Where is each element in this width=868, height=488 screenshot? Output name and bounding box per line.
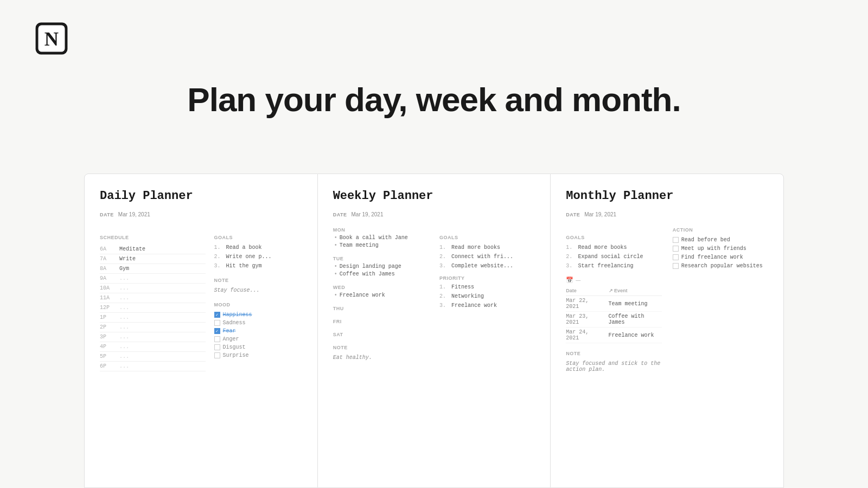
- event-row-2: Mar 23, 2021 Coffee with James: [566, 312, 661, 328]
- mood-surprise: Surprise: [214, 352, 302, 358]
- tue-item-2: Coffee with James: [333, 271, 429, 277]
- event-row-1: Mar 22, 2021 Team meeting: [566, 296, 661, 312]
- schedule-col: SCHEDULE 6A Meditate 7A Write 8A Gym 9A: [100, 227, 206, 371]
- weekly-note: Eat healthy.: [333, 355, 429, 361]
- goal-text-3: Hit the gym: [226, 263, 262, 269]
- day-thu: THU: [333, 306, 429, 311]
- time-2p: 2P: [100, 324, 114, 330]
- wed-item-1: Freelance work: [333, 292, 429, 298]
- days-col: MON Book a call with Jane Team meeting T…: [333, 227, 429, 361]
- fri-label: FRI: [333, 319, 429, 324]
- action-checkbox-3[interactable]: [673, 254, 679, 260]
- daily-date-label: DATE: [100, 212, 114, 217]
- goal-num-3: 3.: [214, 263, 221, 269]
- time-7a: 7A: [100, 256, 114, 262]
- mood-label-anger: Anger: [223, 336, 239, 342]
- schedule-row-7a: 7A Write: [100, 254, 206, 264]
- weekly-goal-num-1: 1.: [439, 245, 446, 251]
- schedule-row-6p: 6P ...: [100, 362, 206, 371]
- schedule-row-1p: 1P ...: [100, 313, 206, 323]
- weekly-date-value: Mar 19, 2021: [352, 211, 384, 217]
- daily-date-value: Mar 19, 2021: [118, 211, 150, 217]
- monthly-note-header: NOTE: [566, 351, 661, 356]
- daily-note: Stay focuse...: [214, 287, 302, 293]
- schedule-row-3p: 3P ...: [100, 332, 206, 342]
- schedule-row-9a: 9A ...: [100, 274, 206, 284]
- weekly-goal-text-1: Read more books: [451, 245, 500, 251]
- weekly-date-label: DATE: [333, 212, 347, 217]
- val-meditate: Meditate: [119, 246, 145, 252]
- monthly-layout: GOALS 1. Read more books 2. Expand socia…: [566, 227, 768, 373]
- goal-num-2: 2.: [214, 254, 221, 260]
- goal-num-1: 1.: [214, 245, 221, 251]
- time-10a: 10A: [100, 285, 114, 291]
- time-12p: 12P: [100, 305, 114, 311]
- note-header: NOTE: [214, 278, 302, 283]
- mood-checkbox-happiness[interactable]: [214, 312, 220, 318]
- weekly-goal-num-3: 3.: [439, 263, 446, 269]
- schedule-row-11a: 11A ...: [100, 293, 206, 303]
- weekly-note-header: NOTE: [333, 345, 429, 350]
- schedule-header: SCHEDULE: [100, 235, 206, 240]
- monthly-planner-title: Monthly Planner: [566, 189, 768, 203]
- action-1: Read before bed: [673, 237, 768, 243]
- monthly-goal-text-2: Expand social circle: [578, 254, 643, 260]
- mood-checkbox-surprise[interactable]: [214, 352, 220, 358]
- priority-header: PRIORITY: [439, 275, 535, 281]
- mon-label: MON: [333, 227, 429, 233]
- tue-item-1: Design landing page: [333, 264, 429, 269]
- monthly-goal-2: 2. Expand social circle: [566, 254, 661, 260]
- priority-section: PRIORITY 1. Fitness 2. Networking 3. Fre…: [439, 275, 535, 309]
- day-mon: MON Book a call with Jane Team meeting: [333, 227, 429, 248]
- mood-fear: Fear: [214, 328, 302, 334]
- events-table: Date ↗ Event Mar 22, 2021 Team meeting: [566, 288, 661, 343]
- hero-title: Plan your day, week and month.: [0, 80, 868, 119]
- weekly-goal-text-2: Connect with fri...: [451, 254, 513, 260]
- calendar-icon-cell: 📅 —: [566, 277, 661, 284]
- events-dash: —: [576, 278, 580, 283]
- weekly-goals-col: GOALS 1. Read more books 2. Connect with…: [439, 227, 535, 361]
- event-name-3: Freelance work: [609, 328, 662, 343]
- sat-label: SAT: [333, 332, 429, 337]
- goal-3: 3. Hit the gym: [214, 263, 302, 269]
- page-wrapper: N Plan your day, week and month. Daily P…: [0, 0, 868, 488]
- monthly-date-value: Mar 19, 2021: [584, 211, 616, 217]
- goal-text-1: Read a book: [226, 245, 262, 251]
- events-date-col-header: Date: [566, 288, 608, 296]
- priority-num-2: 2.: [439, 293, 446, 299]
- event-date-1: Mar 22, 2021: [566, 296, 608, 312]
- weekly-planner-title: Weekly Planner: [333, 189, 535, 203]
- action-3: Find freelance work: [673, 254, 768, 260]
- monthly-goals-header: GOALS: [566, 235, 661, 240]
- notion-logo: N: [33, 20, 71, 57]
- schedule-row-2p: 2P ...: [100, 323, 206, 332]
- priority-1: 1. Fitness: [439, 284, 535, 290]
- event-date-2: Mar 23, 2021: [566, 312, 608, 328]
- mood-sadness: Sadness: [214, 320, 302, 326]
- daily-layout: SCHEDULE 6A Meditate 7A Write 8A Gym 9A: [100, 227, 302, 371]
- time-9a: 9A: [100, 275, 114, 281]
- goal-text-2: Write one p...: [226, 254, 272, 260]
- action-checkbox-4[interactable]: [673, 263, 679, 269]
- action-checkbox-2[interactable]: [673, 246, 679, 252]
- mon-item-2: Team meeting: [333, 242, 429, 248]
- monthly-goal-num-1: 1.: [566, 245, 572, 251]
- mood-checkbox-fear[interactable]: [214, 328, 220, 334]
- daily-date-row: DATE Mar 19, 2021: [100, 211, 302, 217]
- goals-col: GOALS 1. Read a book 2. Write one p... 3…: [214, 227, 302, 371]
- mood-anger: Anger: [214, 336, 302, 342]
- time-3p: 3P: [100, 334, 114, 340]
- action-checkbox-1[interactable]: [673, 237, 679, 243]
- val-dots-4p: ...: [119, 344, 129, 350]
- mood-checkbox-sadness[interactable]: [214, 320, 220, 326]
- schedule-row-5p: 5P ...: [100, 352, 206, 362]
- val-dots-9a: ...: [119, 275, 129, 281]
- priority-3: 3. Freelance work: [439, 303, 535, 309]
- mood-checkbox-anger[interactable]: [214, 336, 220, 342]
- mood-label-fear: Fear: [223, 328, 236, 334]
- schedule-row-6a: 6A Meditate: [100, 245, 206, 254]
- weekly-goal-text-3: Complete website...: [451, 263, 513, 269]
- mood-checkbox-disgust[interactable]: [214, 344, 220, 350]
- mood-label-happiness: Happiness: [223, 312, 252, 318]
- schedule-row-10a: 10A ...: [100, 284, 206, 293]
